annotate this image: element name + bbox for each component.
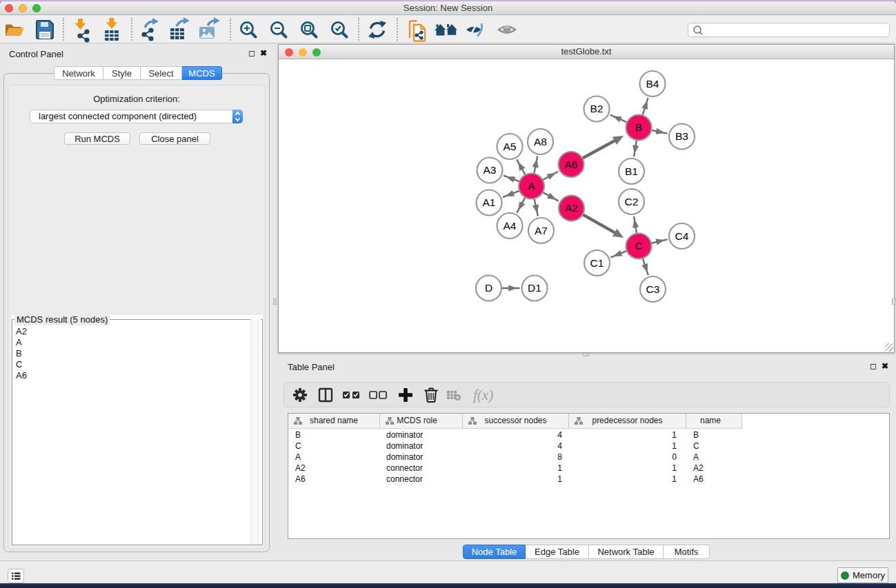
svg-text:A4: A4: [504, 220, 517, 232]
svg-text:C1: C1: [590, 257, 604, 269]
svg-text:A8: A8: [534, 136, 547, 148]
svg-text:B2: B2: [590, 103, 604, 114]
svg-text:A: A: [528, 180, 535, 192]
svg-text:A6: A6: [565, 159, 578, 170]
svg-text:A7: A7: [535, 225, 548, 236]
svg-text:B1: B1: [625, 165, 638, 177]
svg-text:C: C: [635, 240, 642, 252]
svg-text:B: B: [635, 121, 642, 133]
svg-text:D: D: [485, 282, 492, 294]
svg-text:A2: A2: [565, 202, 578, 214]
svg-text:D1: D1: [528, 282, 541, 294]
svg-text:A1: A1: [483, 196, 496, 208]
svg-text:C3: C3: [646, 283, 660, 295]
svg-text:C4: C4: [675, 230, 689, 242]
svg-text:B4: B4: [646, 78, 659, 90]
svg-text:A5: A5: [504, 141, 517, 152]
svg-text:f(x): f(x): [473, 387, 493, 403]
svg-text:C2: C2: [625, 196, 639, 207]
svg-text:A3: A3: [484, 164, 497, 176]
svg-text:B3: B3: [675, 130, 688, 142]
